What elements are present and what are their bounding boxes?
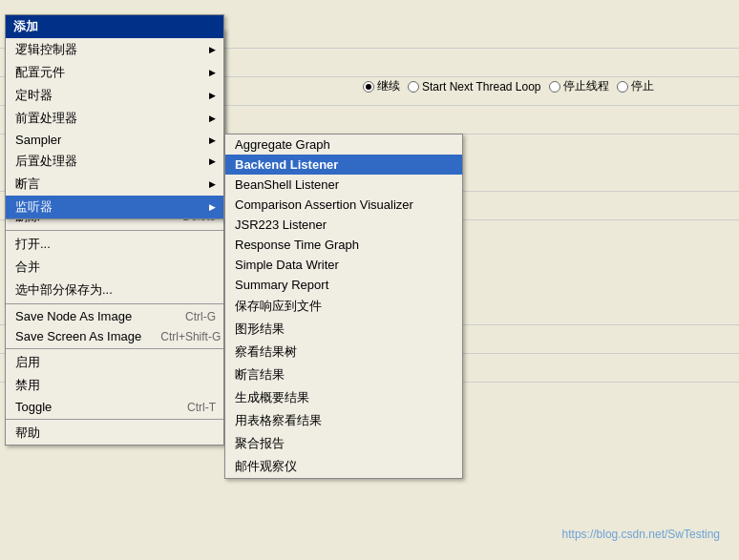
listener-response-time-graph[interactable]: Response Time Graph [225,235,462,255]
menu-item-sampler[interactable]: Sampler [6,130,223,150]
menu-header-add: 添加 [6,15,223,38]
divider-3 [6,303,223,304]
menu-item-pre-processor-label: 前置处理器 [15,110,77,127]
radio-continue-dot [363,81,374,93]
menu-item-timer-label: 定时器 [15,87,53,104]
menu-item-open[interactable]: 打开... [6,233,223,256]
menu-item-help[interactable]: 帮助 [6,422,223,445]
menu-item-pre-processor[interactable]: 前置处理器 [6,107,223,130]
listener-view-results-tree[interactable]: 察看结果树 [225,341,462,363]
radio-continue-label: 继续 [377,78,400,94]
menu-item-toggle[interactable]: Toggle Ctrl-T [6,397,223,417]
listener-comparison-assertion-visualizer[interactable]: Comparison Assertion Visualizer [225,195,462,215]
listener-simple-data-writer[interactable]: Simple Data Writer [225,255,462,275]
listener-assertion-results[interactable]: 断言结果 [225,363,462,386]
listener-save-response-to-file[interactable]: 保存响应到文件 [225,295,462,318]
listener-aggregate-graph[interactable]: Aggregate Graph [225,135,462,155]
radio-stop-thread[interactable]: 停止线程 [549,78,609,94]
menu-item-config-element-label: 配置元件 [15,64,65,81]
radio-stop-dot [617,81,628,93]
menu-item-post-processor[interactable]: 后置处理器 [6,150,223,173]
divider-4 [6,348,223,349]
divider-5 [6,419,223,420]
radio-options-area: 继续 Start Next Thread Loop 停止线程 停止 [363,78,654,94]
listener-summary-report[interactable]: Summary Report [225,275,462,295]
radio-continue[interactable]: 继续 [363,78,400,94]
menu-item-listener-label: 监听器 [15,198,53,216]
menu-item-config-element[interactable]: 配置元件 [6,61,223,84]
radio-next-thread-label: Start Next Thread Loop [422,80,541,93]
menu-item-post-processor-label: 后置处理器 [15,153,77,170]
radio-next-thread[interactable]: Start Next Thread Loop [408,80,541,93]
listener-submenu: Aggregate Graph Backend Listener BeanShe… [224,134,463,479]
menu-item-save-node-image[interactable]: Save Node As Image Ctrl-G [6,306,223,326]
listener-aggregate-report[interactable]: 聚合报告 [225,432,462,455]
radio-stop-thread-dot [549,81,560,93]
radio-stop-thread-label: 停止线程 [563,78,609,94]
radio-stop[interactable]: 停止 [617,78,654,94]
watermark: https://blog.csdn.net/SwTesting [562,528,720,541]
menu-item-sampler-label: Sampler [15,133,61,147]
radio-stop-label: 停止 [631,78,654,94]
menu-item-listener[interactable]: 监听器 [6,196,223,218]
menu-item-logic-controller[interactable]: 逻辑控制器 [6,38,223,61]
menu-item-disable[interactable]: 禁用 [6,374,223,397]
context-menu-add: 添加 逻辑控制器 配置元件 定时器 前置处理器 Sampler 后置处理器 断言… [5,14,224,219]
listener-aggregate-report-table[interactable]: 用表格察看结果 [225,409,462,432]
menu-item-save-selection-as[interactable]: 选中部分保存为... [6,279,223,301]
menu-item-assertion[interactable]: 断言 [6,173,223,196]
menu-item-enable[interactable]: 启用 [6,351,223,374]
radio-next-thread-dot [408,81,419,93]
listener-generate-summary-results[interactable]: 生成概要结果 [225,386,462,409]
divider-2 [6,230,223,231]
menu-item-assertion-label: 断言 [15,176,40,193]
listener-jsr223-listener[interactable]: JSR223 Listener [225,215,462,235]
listener-beanshell-listener[interactable]: BeanShell Listener [225,175,462,195]
menu-item-logic-controller-label: 逻辑控制器 [15,41,77,58]
menu-item-timer[interactable]: 定时器 [6,84,223,107]
menu-item-merge[interactable]: 合并 [6,256,223,279]
menu-item-save-screen-image[interactable]: Save Screen As Image Ctrl+Shift-G [6,326,223,346]
listener-backend-listener[interactable]: Backend Listener [225,155,462,175]
listener-mail-observer[interactable]: 邮件观察仪 [225,455,462,478]
listener-graph-results[interactable]: 图形结果 [225,318,462,341]
